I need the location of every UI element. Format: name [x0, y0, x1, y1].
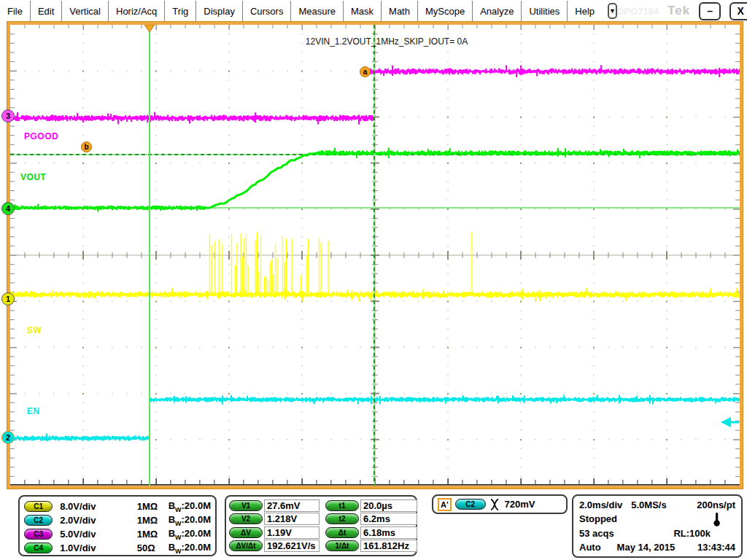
menu-edit[interactable]: Edit	[31, 1, 62, 22]
minimize-button[interactable]: –	[699, 2, 721, 20]
menu-horiz-acq[interactable]: Horiz/Acq	[109, 1, 165, 22]
screen-annotation: 12VIN_1.2VOUT_1MHz_SKIP_IOUT= 0A	[277, 36, 496, 47]
v1-pill[interactable]: V1	[229, 500, 263, 511]
time-value: 13:43:44	[697, 542, 735, 553]
acquisition-count: 53 acqs	[579, 528, 614, 539]
c3-impedance: 1MΩ	[137, 529, 169, 540]
t1-value: 20.0µs	[360, 499, 417, 512]
cursor-readout-box: V127.6mV V21.218V ΔV1.19V ΔV/Δt192.621V/…	[225, 495, 417, 556]
cursor-a-handle[interactable]: a	[360, 66, 371, 77]
date-value: May 14, 2015	[617, 542, 676, 553]
c3-scale: 5.0V/div	[60, 529, 125, 540]
c3-bandwidth: BW:20.0M	[169, 528, 211, 541]
channel-row-c2[interactable]: C2 2.0V/div 1MΩ BW:20.0M	[24, 513, 211, 527]
c4-pill[interactable]: C4	[24, 542, 53, 553]
inv-delta-t-pill[interactable]: 1/Δt	[325, 540, 359, 551]
c1-pill[interactable]: C1	[24, 501, 53, 512]
channel-2-marker[interactable]: 2	[1, 431, 15, 444]
model-label: DPO7104	[617, 6, 659, 17]
menu-analyze[interactable]: Analyze	[473, 1, 522, 22]
menu-file[interactable]: File	[0, 1, 31, 22]
minimize-icon: –	[707, 5, 713, 17]
horizontal-status-box: 2.0ms/div 5.0MS/s 200ns/pt Stopped 53 ac…	[572, 494, 743, 558]
chevron-down-icon: ▼	[609, 7, 616, 15]
trace-label-sw: SW	[27, 325, 42, 335]
menu-bar: File Edit Vertical Horiz/Acq Trig Displa…	[0, 0, 747, 22]
cursor-b-handle[interactable]: b	[81, 141, 92, 152]
edge-trigger-icon	[489, 498, 501, 511]
c1-impedance: 1MΩ	[137, 501, 169, 512]
menu-mask[interactable]: Mask	[344, 1, 382, 22]
c1-scale: 8.0V/div	[60, 501, 125, 512]
menu-vertical[interactable]: Vertical	[62, 1, 109, 22]
channel-row-c4[interactable]: C4 1.0V/div 50Ω BW:20.0M	[24, 541, 211, 555]
channel-4-marker[interactable]: 4	[1, 202, 15, 215]
t1-pill[interactable]: t1	[325, 500, 359, 511]
delta-v-pill[interactable]: ΔV	[229, 527, 263, 538]
delta-t-pill[interactable]: Δt	[325, 527, 359, 538]
trigger-source-pill[interactable]: C2	[455, 499, 486, 510]
resolution-value: 200ns/pt	[697, 499, 735, 510]
trigger-aux-label: A'	[438, 498, 452, 511]
record-length: RL:100k	[673, 528, 711, 539]
channel-readout-box: C1 8.0V/div 1MΩ BW:20.0M C2 2.0V/div 1MΩ…	[18, 495, 217, 556]
channel-row-c3[interactable]: C3 5.0V/div 1MΩ BW:20.0M	[24, 527, 211, 541]
trigger-mode: Auto	[579, 542, 601, 553]
tek-logo: Tek	[667, 4, 690, 18]
menu-math[interactable]: Math	[382, 1, 418, 22]
dv-dt-pill[interactable]: ΔV/Δt	[229, 540, 263, 551]
titlebar-right: DPO7104 Tek – X	[617, 2, 747, 20]
t2-value: 6.2ms	[360, 513, 417, 525]
trace-label-en: EN	[27, 406, 40, 416]
menu-display[interactable]: Display	[196, 1, 243, 22]
voltage-cursor-column: V127.6mV V21.218V ΔV1.19V ΔV/Δt192.621V/…	[229, 499, 320, 553]
trace-label-vout: VOUT	[20, 172, 46, 182]
channel-3-marker[interactable]: 3	[1, 109, 15, 122]
trigger-level-value: 720mV	[505, 499, 535, 510]
menu-overflow-button[interactable]: ▼	[608, 3, 617, 19]
c2-pill[interactable]: C2	[24, 515, 53, 526]
time-cursor-column: t120.0µs t26.2ms Δt6.18ms 1/Δt161.812Hz	[325, 499, 417, 553]
c1-bandwidth: BW:20.0M	[169, 500, 211, 513]
channel-row-c1[interactable]: C1 8.0V/div 1MΩ BW:20.0M	[24, 499, 211, 513]
timebase-value: 2.0ms/div	[579, 499, 622, 510]
close-icon: X	[737, 5, 743, 17]
sample-rate-value: 5.0MS/s	[631, 499, 666, 510]
channel-1-marker[interactable]: 1	[1, 292, 15, 306]
c4-bandwidth: BW:20.0M	[169, 542, 211, 555]
c2-scale: 2.0V/div	[60, 515, 125, 526]
delta-t-value: 6.18ms	[360, 526, 417, 539]
c3-pill[interactable]: C3	[24, 529, 53, 540]
temperature-icon	[713, 512, 721, 526]
trace-label-pgood: PGOOD	[24, 131, 58, 141]
c4-impedance: 50Ω	[137, 542, 169, 553]
trigger-readout-box[interactable]: A' C2 720mV	[432, 494, 568, 514]
graticule[interactable]: 12VIN_1.2VOUT_1MHz_SKIP_IOUT= 0A PGOOD V…	[7, 22, 743, 489]
menu-measure[interactable]: Measure	[291, 1, 344, 22]
v2-pill[interactable]: V2	[229, 513, 263, 524]
dv-dt-value: 192.621V/s	[264, 540, 320, 552]
menu-myscope[interactable]: MyScope	[418, 1, 473, 22]
c4-scale: 1.0V/div	[60, 542, 125, 553]
v1-value: 27.6mV	[264, 499, 320, 512]
menu-help[interactable]: Help	[568, 1, 602, 22]
v2-value: 1.218V	[264, 513, 320, 525]
c2-bandwidth: BW:20.0M	[169, 514, 211, 527]
menu-trig[interactable]: Trig	[165, 1, 196, 22]
c2-impedance: 1MΩ	[137, 515, 169, 526]
menu-utilities[interactable]: Utilities	[522, 1, 568, 22]
waveform-svg	[10, 25, 740, 486]
delta-v-value: 1.19V	[264, 526, 320, 539]
inv-delta-t-value: 161.812Hz	[360, 540, 417, 552]
menu-cursors[interactable]: Cursors	[243, 1, 292, 22]
close-button[interactable]: X	[729, 2, 747, 20]
t2-pill[interactable]: t2	[325, 513, 359, 524]
acquisition-state: Stopped	[579, 513, 617, 524]
